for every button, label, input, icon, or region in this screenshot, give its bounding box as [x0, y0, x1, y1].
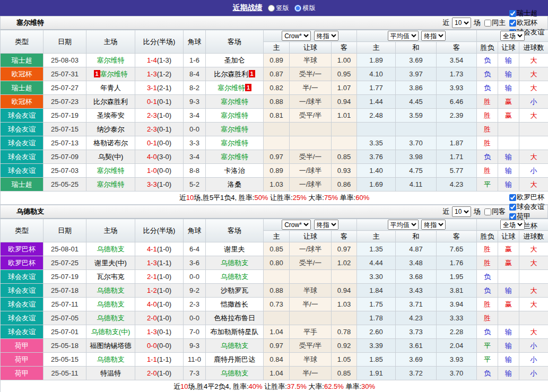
avg-away-odds: 1.95 [437, 270, 477, 284]
section-summary: 近10场,胜4平2负4, 胜率:40% 让胜率:37.5% 大率:62.5% 单… [1, 380, 548, 392]
score: 0-0(0-0) [135, 339, 184, 353]
handicap-home-odds: 0.97 [264, 339, 290, 353]
average-select[interactable]: 平均值 [388, 31, 419, 41]
same-venue-filter[interactable]: 同主 [482, 18, 506, 28]
away-team: 卡洛治 [206, 164, 264, 178]
avg-away-odds: 3.93 [437, 81, 477, 95]
goals-outcome: 小 [519, 339, 548, 353]
handicap-outcome: 输 [498, 178, 519, 191]
goals-outcome [519, 123, 548, 136]
league-filter-checkbox[interactable] [509, 20, 516, 27]
avg-away-odds: 7.65 [437, 242, 477, 256]
corner-count: 8-2 [184, 81, 206, 95]
handicap-line: 平手 [290, 325, 332, 339]
handicap-outcome [498, 270, 519, 284]
league-filter[interactable]: 欧罗巴杯 [507, 193, 544, 202]
goals-outcome: 大 [519, 325, 548, 339]
same-venue-filter[interactable]: 同客 [482, 207, 506, 216]
match-row: 球会友谊25-07-19瓦尔韦克2-1(1-0)0-0乌德勒支3.303.681… [1, 270, 548, 284]
layout-vertical-option[interactable]: 竖版 [268, 4, 289, 13]
fulltime-select[interactable]: 全场 [500, 220, 525, 230]
league-filter-label: 瑞士超 [517, 8, 537, 18]
same-venue-checkbox[interactable] [484, 20, 491, 27]
col-avg-draw: 和 [396, 231, 437, 242]
match-row: 球会友谊25-07-18乌德勒支1-2(1-0)9-2沙勒罗瓦0.88半球0.9… [1, 284, 548, 298]
handicap-home-odds: 1.04 [264, 325, 290, 339]
league-filter-checkbox[interactable] [509, 10, 516, 17]
bookmaker-select[interactable]: Crow* [282, 31, 311, 41]
col-type: 类型 [1, 30, 44, 54]
league-filter-checkbox[interactable] [509, 204, 516, 211]
handicap-home-odds [264, 311, 290, 325]
result-outcome: 负 [477, 325, 498, 339]
avg-away-odds: 1.87 [437, 136, 477, 150]
handicap-outcome: 输 [498, 150, 519, 164]
bookmaker-select[interactable]: Crow* [282, 220, 311, 230]
goals-outcome: 小 [519, 95, 548, 109]
avg-draw-odds: 3.73 [396, 325, 437, 339]
handicap-home-odds: 0.80 [264, 256, 290, 270]
league-filter-checkbox[interactable] [509, 213, 516, 220]
league-filter[interactable]: 球会友谊 [507, 202, 544, 212]
final-odds-select[interactable]: 终指 [314, 220, 338, 230]
away-team: 塞尔维特 [206, 109, 264, 123]
league-filter-label: 欧冠杯 [517, 18, 537, 28]
avg-away-odds: 4.23 [437, 178, 477, 191]
result-outcome: 胜 [477, 109, 498, 123]
horizontal-radio-label: 横版 [303, 4, 316, 13]
match-count-select[interactable]: 10 [452, 18, 471, 28]
handicap-home-odds: 0.89 [264, 164, 290, 178]
handicap-line: 半/一 [290, 367, 332, 380]
league-badge: 球会友谊 [1, 325, 44, 339]
handicap-outcome [498, 123, 519, 136]
league-filter-label: 球会友谊 [517, 202, 544, 212]
away-team: 塞尔维特1 [206, 81, 264, 95]
horizontal-radio[interactable] [294, 5, 301, 12]
league-badge: 球会友谊 [1, 298, 44, 311]
handicap-outcome [498, 136, 519, 150]
result-outcome: 胜 [477, 256, 498, 270]
fulltime-select[interactable]: 全场 [500, 31, 525, 41]
avg-draw-odds: 4.75 [396, 164, 437, 178]
league-filter-checkbox[interactable] [509, 194, 516, 201]
avg-home-odds: 1.75 [357, 298, 396, 311]
handicap-away-odds: 1.01 [332, 109, 357, 123]
avg-home-odds: 1.85 [357, 353, 396, 367]
result-outcome: 胜 [477, 298, 498, 311]
avg-away-odds: 2.39 [437, 109, 477, 123]
handicap-line [290, 270, 332, 284]
away-team: 布加勒斯特星队 [206, 325, 264, 339]
handicap-home-odds: 0.82 [264, 81, 290, 95]
average-select[interactable]: 平均值 [388, 220, 419, 230]
final-odds-select-2[interactable]: 终指 [421, 220, 446, 230]
match-filters: 近 10 场 同主 瑞士超欧冠杯球会友谊 [442, 8, 544, 37]
handicap-line: 半/一 [290, 81, 332, 95]
col-handicap-home: 主 [264, 231, 290, 242]
col-handicap-home: 主 [264, 42, 290, 54]
handicap-home-odds: 0.89 [264, 54, 290, 67]
home-team: 瓦尔韦克 [86, 270, 135, 284]
final-odds-select-2[interactable]: 终指 [421, 31, 446, 41]
col-type: 类型 [1, 219, 44, 242]
handicap-home-odds: 0.88 [264, 95, 290, 109]
avg-home-odds: 1.91 [357, 367, 396, 380]
vertical-radio[interactable] [268, 5, 275, 12]
handicap-away-odds: 0.94 [332, 284, 357, 298]
result-outcome: 胜 [477, 311, 498, 325]
match-count-select[interactable]: 10 [452, 206, 471, 217]
match-date: 25-07-25 [44, 256, 86, 270]
avg-draw-odds: 4.87 [396, 242, 437, 256]
avg-home-odds: 2.48 [357, 109, 396, 123]
home-team: 乌德勒支(中) [86, 325, 135, 339]
score: 1-2(1-0) [135, 284, 184, 298]
same-venue-checkbox[interactable] [484, 208, 491, 215]
corner-count: 7-0 [184, 325, 206, 339]
league-filter[interactable]: 瑞士超 [507, 8, 544, 18]
layout-horizontal-option[interactable]: 横版 [294, 4, 316, 13]
league-filter[interactable]: 欧冠杯 [507, 18, 544, 28]
recent-results-table: 类型 日期 主场 比分(半场) 角球 客场 Crow* 终指 平均值 终指 全场 [0, 219, 548, 392]
match-date: 25-07-01 [44, 325, 86, 339]
near-label: 近 [442, 18, 449, 28]
final-odds-select[interactable]: 终指 [314, 31, 338, 41]
score: 3-1(2-1) [135, 81, 184, 95]
